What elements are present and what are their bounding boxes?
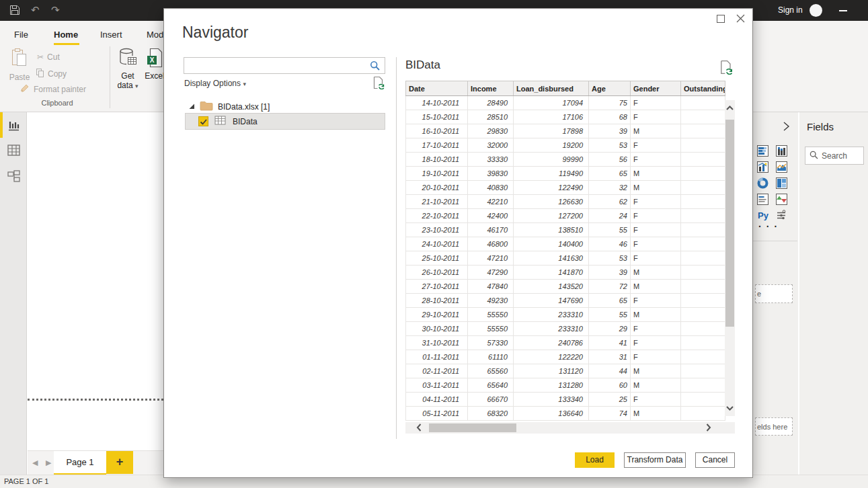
- avatar[interactable]: [810, 4, 822, 17]
- table-cell: F: [631, 223, 681, 237]
- table-cell: [681, 350, 725, 364]
- area-chart-icon[interactable]: [776, 161, 787, 173]
- model-view-icon[interactable]: [7, 170, 21, 186]
- fields-search-placeholder: Search: [822, 151, 847, 161]
- table-cell: 55: [589, 308, 631, 322]
- donut-chart-icon[interactable]: [757, 177, 768, 189]
- table-cell: F: [631, 251, 681, 266]
- tab-home[interactable]: Home: [54, 30, 78, 40]
- add-page-button[interactable]: +: [106, 451, 133, 474]
- table-row: 26-10-20114729014187039M: [406, 266, 725, 280]
- treemap-icon[interactable]: [776, 177, 787, 189]
- tree-item-table[interactable]: BIData: [185, 113, 385, 130]
- refresh-preview-icon[interactable]: [720, 60, 733, 77]
- expand-triangle-icon[interactable]: [188, 102, 195, 112]
- table-cell: 126630: [514, 195, 589, 209]
- column-header[interactable]: Gender: [631, 81, 681, 96]
- refresh-navigator-icon[interactable]: [373, 76, 385, 92]
- redo-icon[interactable]: ↷: [51, 4, 60, 15]
- next-page-arrow-icon[interactable]: ▶: [46, 458, 51, 467]
- table-cell: 131120: [514, 364, 589, 378]
- table-cell: M: [631, 124, 681, 138]
- stacked-bar-chart-icon[interactable]: [757, 145, 768, 157]
- table-cell: [681, 393, 725, 407]
- table-cell: [681, 322, 725, 336]
- table-row: 24-10-20114680014040046F: [406, 237, 725, 251]
- horizontal-scrollbar[interactable]: [405, 422, 735, 434]
- format-painter-button[interactable]: Format painter: [20, 83, 86, 95]
- format-painter-icon: [20, 83, 30, 95]
- copy-button[interactable]: Copy: [36, 68, 67, 79]
- cut-button[interactable]: ✂ Cut: [37, 52, 60, 62]
- combo-chart-icon[interactable]: [757, 161, 768, 173]
- column-header[interactable]: Income: [468, 81, 514, 96]
- get-data-icon: [118, 62, 137, 71]
- scroll-left-icon[interactable]: [416, 423, 422, 435]
- stacked-column-chart-icon[interactable]: [776, 145, 787, 157]
- workbook-label: BIData.xlsx [1]: [218, 102, 270, 112]
- table-row: 16-10-2011298301789839M: [406, 124, 725, 138]
- column-header[interactable]: Loan_disbursed: [514, 81, 589, 96]
- tab-file[interactable]: File: [14, 30, 28, 40]
- display-options-dropdown[interactable]: Display Options ▾: [184, 79, 246, 88]
- tree-item-workbook[interactable]: BIData.xlsx [1]: [188, 101, 270, 113]
- column-header[interactable]: Age: [589, 81, 631, 96]
- table-icon: [214, 116, 226, 128]
- table-cell: F: [631, 393, 681, 407]
- paste-button[interactable]: Paste: [5, 48, 34, 82]
- active-view-indicator: [0, 112, 3, 138]
- dialog-maximize-icon[interactable]: [717, 15, 725, 23]
- table-cell: 17106: [514, 110, 589, 124]
- scroll-down-icon[interactable]: [725, 402, 734, 414]
- page-tab[interactable]: Page 1: [54, 451, 106, 475]
- undo-icon[interactable]: ↶: [31, 4, 40, 15]
- minimize-icon[interactable]: [839, 10, 847, 11]
- kpi-arrows-icon[interactable]: [776, 194, 787, 205]
- excel-icon: X: [146, 62, 163, 71]
- table-cell: 39: [589, 124, 631, 138]
- table-cell: 143520: [514, 280, 589, 294]
- report-view-icon[interactable]: [7, 120, 20, 135]
- prev-page-arrow-icon[interactable]: ◀: [32, 458, 38, 467]
- cancel-button[interactable]: Cancel: [695, 452, 735, 468]
- get-data-button[interactable]: Get data ▾: [114, 48, 141, 90]
- vertical-scroll-thumb[interactable]: [725, 120, 734, 327]
- horizontal-scroll-thumb[interactable]: [429, 423, 516, 432]
- load-button[interactable]: Load: [575, 452, 615, 468]
- multi-row-card-icon[interactable]: [757, 194, 768, 205]
- field-well[interactable]: e: [755, 284, 793, 303]
- column-header[interactable]: Date: [406, 81, 468, 96]
- column-header[interactable]: Outstanding_de: [681, 81, 725, 96]
- table-row: 29-10-20115555023331055M: [406, 308, 725, 322]
- drag-fields-well[interactable]: elds here: [755, 417, 793, 436]
- table-cell: 141630: [514, 251, 589, 266]
- fields-search-box[interactable]: Search: [805, 147, 864, 165]
- transform-data-button[interactable]: Transform Data: [624, 452, 686, 468]
- save-icon[interactable]: [9, 5, 20, 18]
- table-row: 15-10-2011285101710668F: [406, 110, 725, 124]
- table-cell: 55: [589, 223, 631, 237]
- more-visuals-button[interactable]: . . .: [758, 218, 778, 229]
- table-cell: 122220: [514, 350, 589, 364]
- scroll-up-icon[interactable]: [725, 102, 734, 114]
- folder-icon: [200, 101, 213, 113]
- tab-modeling[interactable]: Mod: [147, 30, 163, 40]
- table-cell: F: [631, 153, 681, 167]
- active-tab-underline: [54, 43, 79, 45]
- search-icon[interactable]: [370, 60, 381, 74]
- tab-insert[interactable]: Insert: [100, 30, 122, 40]
- navigator-search-input[interactable]: [186, 59, 367, 72]
- vertical-scrollbar[interactable]: [725, 100, 735, 416]
- table-cell: 72: [589, 280, 631, 294]
- checkbox-checked[interactable]: [198, 116, 208, 126]
- dialog-close-icon[interactable]: [736, 13, 746, 26]
- sign-in-link[interactable]: Sign in: [778, 5, 803, 15]
- table-cell: F: [631, 195, 681, 209]
- scroll-right-icon[interactable]: [705, 423, 712, 435]
- data-view-icon[interactable]: [7, 145, 20, 159]
- collapse-pane-icon[interactable]: [781, 121, 791, 134]
- table-row: 28-10-20114923014769065F: [406, 294, 725, 308]
- table-row: 14-10-2011284901709475F: [406, 96, 725, 110]
- table-cell: 55550: [468, 322, 514, 336]
- table-cell: 233310: [514, 308, 589, 322]
